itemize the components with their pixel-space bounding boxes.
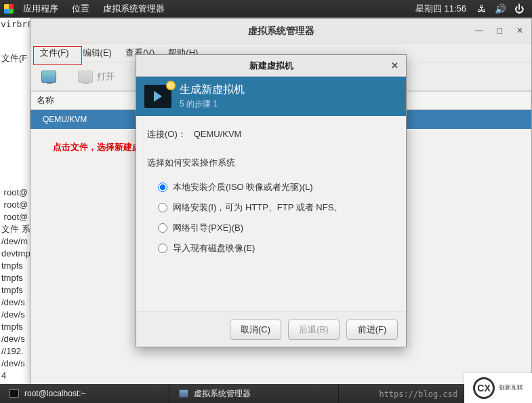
menu-file[interactable]: 文件(F) — [33, 44, 76, 62]
terminal-virbr: virbr0 — [1, 18, 33, 31]
vm-icon — [144, 85, 171, 108]
radio-net-label: 网络安装(I)，可为 HTTP、FTP 或者 NFS。 — [173, 202, 342, 214]
dialog-footer: 取消(C) 后退(B) 前进(F) — [136, 311, 406, 347]
radio-local-input[interactable] — [158, 183, 167, 192]
dialog-step-label: 5 的步骤 1 — [180, 98, 245, 110]
dialog-titlebar: 新建虚拟机 ✕ — [136, 55, 406, 77]
radio-pxe-label: 网络引导(PXE)(B) — [173, 222, 243, 234]
activities-icon — [4, 4, 14, 14]
brand-watermark: CX 创新互联 — [464, 373, 532, 403]
install-choose-label: 选择如何安装操作系统 — [147, 157, 395, 169]
new-vm-button[interactable] — [36, 68, 62, 85]
radio-network-install[interactable]: 网络安装(I)，可为 HTTP、FTP 或者 NFS。 — [147, 197, 395, 218]
taskbar-vmm[interactable]: 虚拟系统管理器 — [169, 384, 339, 403]
close-button[interactable]: ✕ — [512, 23, 527, 38]
radio-import-label: 导入现有磁盘映像(E) — [173, 242, 255, 254]
back-button: 后退(B) — [288, 320, 340, 340]
network-icon[interactable]: 🖧 — [473, 3, 491, 14]
panel-places[interactable]: 位置 — [65, 3, 96, 15]
taskbar-terminal[interactable]: root@localhost:~ — [0, 384, 169, 403]
connection-label: 连接(O)： — [147, 129, 186, 139]
open-vm-icon — [78, 71, 93, 83]
new-vm-dialog: 新建虚拟机 ✕ 生成新虚拟机 5 的步骤 1 连接(O)： QEMU/KVM 选… — [136, 54, 407, 347]
radio-pxe[interactable]: 网络引导(PXE)(B) — [147, 218, 395, 238]
panel-clock[interactable]: 星期四 11:56 — [409, 3, 473, 15]
csdn-watermark-text: https://blog.csd — [379, 389, 457, 399]
watermark-logo: CX — [473, 377, 495, 399]
terminal-icon — [9, 389, 19, 398]
radio-pxe-input[interactable] — [158, 223, 167, 233]
dialog-body: 连接(O)： QEMU/KVM 选择如何安装操作系统 本地安装介质(ISO 映像… — [136, 116, 406, 311]
minimize-button[interactable]: — — [472, 23, 487, 38]
dialog-header-title: 生成新虚拟机 — [180, 83, 245, 97]
maximize-button[interactable]: ◻ — [492, 23, 507, 38]
radio-local-label: 本地安装介质(ISO 映像或者光驱)(L) — [173, 181, 313, 193]
panel-vmm[interactable]: 虚拟系统管理器 — [96, 3, 171, 15]
power-icon[interactable]: ⏻ — [510, 3, 528, 14]
volume-icon[interactable]: 🔊 — [491, 3, 510, 14]
gnome-top-panel: 应用程序 位置 虚拟系统管理器 星期四 11:56 🖧 🔊 ⏻ — [0, 0, 532, 18]
forward-button[interactable]: 前进(F) — [346, 320, 398, 340]
col-name: 名称 — [37, 94, 54, 107]
watermark-text: 创新互联 — [499, 385, 523, 391]
panel-apps[interactable]: 应用程序 — [16, 3, 65, 15]
back-file-menu: 文件(F — [1, 52, 27, 64]
taskbar-terminal-label: root@localhost:~ — [24, 389, 86, 398]
new-vm-icon — [41, 71, 56, 83]
radio-local-media[interactable]: 本地安装介质(ISO 映像或者光驱)(L) — [147, 177, 395, 197]
star-icon — [166, 81, 176, 90]
vmm-titlebar: 虚拟系统管理器 — ◻ ✕ — [30, 19, 531, 43]
taskbar-vmm-label: 虚拟系统管理器 — [194, 388, 251, 400]
radio-net-input[interactable] — [158, 203, 167, 212]
play-icon — [154, 91, 162, 102]
vmm-title: 虚拟系统管理器 — [248, 25, 314, 37]
terminal-left-lines: root@ root@ root@ 文件 系 /dev/m devtmp tmp… — [1, 174, 30, 384]
dialog-header: 生成新虚拟机 5 的步骤 1 — [136, 77, 406, 116]
dialog-title: 新建虚拟机 — [249, 60, 293, 72]
connection-value: QEMU/KVM — [194, 129, 242, 139]
dialog-close-button[interactable]: ✕ — [388, 59, 401, 71]
radio-import-input[interactable] — [158, 244, 167, 253]
radio-import-disk[interactable]: 导入现有磁盘映像(E) — [147, 238, 395, 258]
open-vm-button: 打开 — [73, 68, 120, 85]
open-label: 打开 — [97, 71, 115, 83]
menu-edit[interactable]: 编辑(E) — [76, 44, 119, 62]
cancel-button[interactable]: 取消(C) — [230, 320, 281, 340]
vmm-taskbar-icon — [179, 389, 188, 398]
connection-name: QEMU/KVM — [43, 115, 87, 124]
